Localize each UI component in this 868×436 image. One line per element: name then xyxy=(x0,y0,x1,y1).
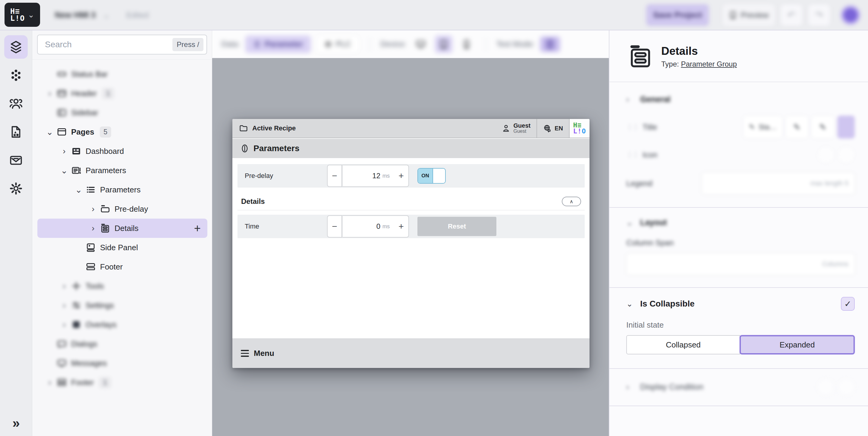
tree-item-footer[interactable]: ›Footer1 xyxy=(37,373,207,392)
add-child-button[interactable]: + xyxy=(194,222,201,235)
collapsed-option[interactable]: Collapsed xyxy=(626,335,740,355)
person-icon xyxy=(501,124,510,133)
project-name[interactable]: New HMI 3 xyxy=(55,10,96,20)
time-value-field[interactable]: 0 ms xyxy=(342,215,394,238)
tree-item-header[interactable]: ›Header1 xyxy=(37,84,207,103)
user-menu[interactable]: Guest Guest xyxy=(495,119,537,138)
device-tablet-button[interactable] xyxy=(435,36,453,53)
layer-tree: Status Bar›Header1Sidebar⌄Pages5›Dashboa… xyxy=(32,60,212,392)
legend-input[interactable]: max length 5 xyxy=(702,172,855,195)
pencil-icon: ✎ xyxy=(793,122,800,132)
tree-item-parameters[interactable]: ⌄Parameters xyxy=(37,161,207,180)
chevron-right-icon[interactable]: › xyxy=(57,301,71,310)
tree-item-settings[interactable]: ›Settings xyxy=(37,296,207,315)
user-avatar[interactable] xyxy=(841,5,860,25)
toggle-knob xyxy=(433,169,445,183)
device-phone-button[interactable] xyxy=(458,36,475,53)
pre-delay-unit: ms xyxy=(382,173,390,179)
chevron-right-icon[interactable]: › xyxy=(57,146,71,156)
drag-handle-icon[interactable]: ⋮⋮ xyxy=(626,151,638,159)
rail-layers-button[interactable] xyxy=(4,35,28,59)
column-span-input[interactable]: Columns xyxy=(626,253,855,275)
search-box[interactable]: Press / xyxy=(37,35,207,55)
rail-components-button[interactable] xyxy=(4,64,28,87)
preview-button[interactable]: Preview xyxy=(723,4,775,26)
display-condition-section-header[interactable]: › Display Condition xyxy=(626,378,855,395)
chevron-right-icon[interactable]: › xyxy=(57,281,71,291)
edit-title-button[interactable]: ✎ xyxy=(785,115,808,138)
is-collapsible-section-header[interactable]: ⌄ Is Collapsible ✓ xyxy=(626,297,855,311)
edit-translation-button[interactable]: ✎ xyxy=(811,115,834,138)
increment-button[interactable]: + xyxy=(394,215,409,238)
initial-state-label: Initial state xyxy=(626,321,855,330)
tree-item-pre-delay[interactable]: ›Pre-delay xyxy=(37,199,207,219)
icon-option-button[interactable] xyxy=(838,146,855,163)
tree-item-sidebar[interactable]: Sidebar xyxy=(37,103,207,122)
reset-button[interactable]: Reset xyxy=(417,217,496,236)
tree-item-pages[interactable]: ⌄Pages5 xyxy=(37,122,207,141)
is-collapsible-checkbox[interactable]: ✓ xyxy=(841,297,855,311)
device-monitor-button[interactable] xyxy=(412,36,430,53)
pre-delay-toggle[interactable]: ON xyxy=(417,168,446,184)
increment-button[interactable]: + xyxy=(394,165,409,187)
details-subsection-header: Details ∧ xyxy=(238,193,585,210)
decrement-button[interactable]: − xyxy=(327,165,342,187)
data-source-plc-pill[interactable]: PLC xyxy=(316,36,359,53)
canvas-stage[interactable]: Active Recipe Guest Guest EN H≡L!O xyxy=(212,58,609,436)
device-preview[interactable]: Active Recipe Guest Guest EN H≡L!O xyxy=(232,119,590,368)
chevron-right-icon[interactable]: › xyxy=(57,320,71,329)
chevron-down-icon[interactable]: ⌄ xyxy=(43,127,57,137)
expand-rail-button[interactable]: » xyxy=(0,415,32,431)
display-condition-button[interactable] xyxy=(838,378,855,395)
layout-section-header[interactable]: ⌄ Layout xyxy=(626,218,855,227)
tree-item-overlays[interactable]: ›Overlays xyxy=(37,315,207,334)
tree-item-footer[interactable]: Footer xyxy=(37,257,207,276)
rail-settings-button[interactable] xyxy=(4,177,28,200)
save-project-button[interactable]: Save Project xyxy=(646,4,709,26)
chevron-down-icon[interactable]: ⌄ xyxy=(57,166,71,175)
rail-messages-button[interactable] xyxy=(4,148,28,172)
rail-assets-button[interactable] xyxy=(4,120,28,144)
initial-state-segmented-control: Collapsed Expanded xyxy=(626,335,855,355)
expanded-option[interactable]: Expanded xyxy=(740,335,855,355)
tree-item-dashboard[interactable]: ›Dashboard xyxy=(37,141,207,161)
collapse-details-button[interactable]: ∧ xyxy=(562,197,581,206)
icon-option-button[interactable] xyxy=(817,146,834,163)
decrement-button[interactable]: − xyxy=(327,215,342,238)
app-logo-menu[interactable]: H≡ L!O ⌄ xyxy=(4,3,40,27)
data-source-parameter-pill[interactable]: Parameter xyxy=(245,36,311,53)
pre-delay-value-field[interactable]: 12 ms xyxy=(342,165,394,187)
tree-item-label: Sidebar xyxy=(71,108,98,118)
tree-item-status-bar[interactable]: Status Bar xyxy=(37,64,207,84)
chevron-right-icon[interactable]: › xyxy=(86,224,100,233)
device-menu-bar[interactable]: Menu xyxy=(232,338,590,368)
language-selector[interactable]: EN xyxy=(537,119,569,138)
tree-item-dialogs[interactable]: Dialogs xyxy=(37,334,207,354)
tree-item-side-panel[interactable]: Side Panel xyxy=(37,238,207,257)
chevron-right-icon[interactable]: › xyxy=(86,204,100,214)
plc-icon xyxy=(324,40,332,48)
chevron-down-icon: ⌄ xyxy=(626,218,635,227)
chevron-right-icon[interactable]: › xyxy=(43,89,57,98)
chevron-down-icon[interactable]: ⌄ xyxy=(72,185,86,195)
general-section-header[interactable]: › General xyxy=(626,95,855,104)
undo-button[interactable]: ↶ xyxy=(781,4,802,26)
test-mode-toggle[interactable] xyxy=(540,36,560,52)
redo-button[interactable]: ↷ xyxy=(808,4,830,26)
tree-item-messages[interactable]: Messages xyxy=(37,354,207,373)
sidebar-icon xyxy=(57,107,67,118)
chevron-right-icon[interactable]: › xyxy=(43,377,57,387)
display-condition-button[interactable] xyxy=(817,378,834,395)
tree-item-tools[interactable]: ›Tools xyxy=(37,276,207,296)
count-badge: 1 xyxy=(99,377,111,388)
title-source-dropdown[interactable]: ✎ Sta… xyxy=(743,115,782,138)
drag-handle-icon[interactable]: ⋮⋮ xyxy=(626,123,638,131)
search-input[interactable] xyxy=(45,40,173,49)
rail-users-button[interactable] xyxy=(4,92,28,115)
title-bind-button[interactable] xyxy=(837,115,855,138)
tree-item-parameters[interactable]: ⌄Parameters xyxy=(37,180,207,199)
chevron-down-icon[interactable]: ⌄ xyxy=(103,11,110,20)
tree-item-details[interactable]: ›Details+ xyxy=(37,219,207,238)
parameter-group-icon xyxy=(627,44,653,70)
type-link[interactable]: Parameter Group xyxy=(681,60,737,68)
